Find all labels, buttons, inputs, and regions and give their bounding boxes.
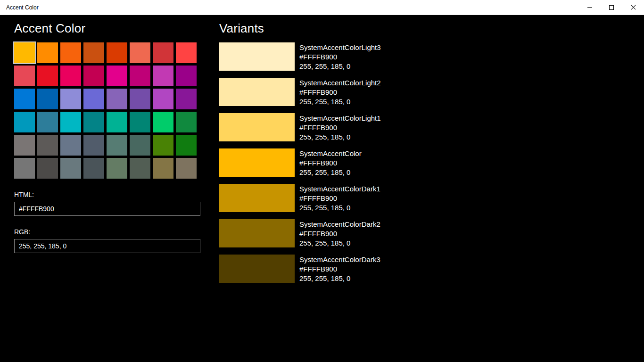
palette-swatch[interactable] — [60, 66, 81, 86]
palette-swatch[interactable] — [14, 89, 35, 109]
variant-row: SystemAccentColorLight2#FFFFB900255, 255… — [219, 78, 512, 107]
palette-swatch[interactable] — [107, 42, 127, 63]
variants-section: Variants SystemAccentColorLight3#FFFFB90… — [219, 15, 512, 290]
palette-swatch[interactable] — [176, 112, 197, 132]
palette-swatch[interactable] — [83, 135, 104, 156]
palette-swatch[interactable] — [37, 66, 58, 86]
palette-swatch[interactable] — [130, 42, 150, 63]
close-button[interactable] — [622, 0, 644, 15]
variant-name: SystemAccentColorDark3 — [299, 255, 380, 264]
variant-text: SystemAccentColorLight2#FFFFB900255, 255… — [299, 78, 381, 107]
variant-name: SystemAccentColorDark1 — [299, 184, 380, 194]
palette-swatch[interactable] — [153, 42, 173, 63]
palette-swatch[interactable] — [130, 66, 150, 86]
palette-swatch[interactable] — [153, 158, 173, 179]
palette-swatch[interactable] — [14, 135, 35, 156]
variant-hex: #FFFFB900 — [299, 264, 380, 274]
variant-row: SystemAccentColorDark3#FFFFB900255, 255,… — [219, 255, 512, 283]
accent-palette-grid — [14, 42, 200, 179]
variant-swatch — [219, 148, 295, 177]
minimize-button[interactable] — [579, 0, 601, 15]
palette-swatch[interactable] — [176, 89, 197, 109]
variant-swatch — [219, 42, 295, 71]
variant-hex: #FFFFB900 — [299, 158, 362, 168]
variant-rgb: 255, 255, 185, 0 — [299, 168, 362, 177]
palette-swatch[interactable] — [37, 89, 58, 109]
variant-rgb: 255, 255, 185, 0 — [299, 274, 380, 283]
palette-swatch[interactable] — [153, 112, 173, 132]
variant-swatch — [219, 78, 295, 106]
variant-hex: #FFFFB900 — [299, 229, 380, 239]
palette-swatch[interactable] — [107, 158, 127, 179]
palette-swatch[interactable] — [60, 135, 81, 156]
maximize-button[interactable] — [601, 0, 622, 15]
variant-row: SystemAccentColorLight3#FFFFB900255, 255… — [219, 42, 512, 71]
variant-hex: #FFFFB900 — [299, 194, 380, 203]
palette-swatch[interactable] — [130, 135, 150, 156]
window-title: Accent Color — [0, 4, 39, 11]
palette-swatch[interactable] — [153, 66, 173, 86]
variant-text: SystemAccentColor#FFFFB900255, 255, 185,… — [299, 148, 362, 177]
palette-swatch[interactable] — [83, 89, 104, 109]
palette-swatch[interactable] — [153, 135, 173, 156]
rgb-label: RGB: — [14, 228, 200, 236]
palette-swatch[interactable] — [60, 89, 81, 109]
html-label: HTML: — [14, 191, 200, 198]
maximize-icon — [609, 5, 614, 10]
palette-swatch[interactable] — [176, 42, 197, 63]
palette-swatch[interactable] — [176, 158, 197, 179]
palette-swatch[interactable] — [14, 66, 35, 86]
palette-swatch[interactable] — [107, 135, 127, 156]
variant-rgb: 255, 255, 185, 0 — [299, 62, 381, 71]
variant-row: SystemAccentColorDark1#FFFFB900255, 255,… — [219, 184, 512, 213]
variant-swatch — [219, 113, 295, 141]
palette-swatch[interactable] — [14, 112, 35, 132]
variant-swatch — [219, 184, 295, 212]
palette-swatch[interactable] — [130, 112, 150, 132]
variant-hex: #FFFFB900 — [299, 88, 381, 97]
variants-list: SystemAccentColorLight3#FFFFB900255, 255… — [219, 42, 512, 283]
palette-swatch[interactable] — [83, 112, 104, 132]
variant-rgb: 255, 255, 185, 0 — [299, 132, 381, 142]
variant-row: SystemAccentColorDark2#FFFFB900255, 255,… — [219, 219, 512, 248]
html-input[interactable] — [14, 202, 200, 216]
palette-swatch[interactable] — [176, 135, 197, 156]
palette-swatch[interactable] — [107, 66, 127, 86]
palette-swatch[interactable] — [37, 112, 58, 132]
palette-swatch[interactable] — [37, 135, 58, 156]
variants-heading: Variants — [219, 21, 512, 36]
palette-swatch[interactable] — [60, 42, 81, 63]
variant-name: SystemAccentColorLight3 — [299, 43, 381, 52]
palette-swatch[interactable] — [60, 112, 81, 132]
variant-name: SystemAccentColorLight1 — [299, 114, 381, 123]
variant-text: SystemAccentColorDark2#FFFFB900255, 255,… — [299, 219, 380, 248]
variant-text: SystemAccentColorLight1#FFFFB900255, 255… — [299, 113, 381, 142]
palette-swatch[interactable] — [107, 89, 127, 109]
variant-rgb: 255, 255, 185, 0 — [299, 97, 381, 107]
palette-swatch[interactable] — [83, 158, 104, 179]
variant-name: SystemAccentColor — [299, 149, 362, 158]
minimize-icon — [587, 7, 592, 8]
palette-swatch[interactable] — [37, 158, 58, 179]
variant-swatch — [219, 255, 295, 283]
palette-swatch[interactable] — [83, 42, 104, 63]
palette-swatch[interactable] — [83, 66, 104, 86]
palette-swatch[interactable] — [37, 42, 58, 63]
palette-swatch[interactable] — [107, 112, 127, 132]
palette-swatch[interactable] — [176, 66, 197, 86]
variant-swatch — [219, 219, 295, 247]
variant-hex: #FFFFB900 — [299, 123, 381, 132]
palette-swatch[interactable] — [14, 158, 35, 179]
rgb-input[interactable] — [14, 239, 200, 253]
palette-swatch[interactable] — [14, 42, 35, 63]
variant-row: SystemAccentColor#FFFFB900255, 255, 185,… — [219, 148, 512, 177]
variant-name: SystemAccentColorLight2 — [299, 78, 381, 88]
palette-swatch[interactable] — [60, 158, 81, 179]
close-icon — [631, 5, 636, 10]
variant-text: SystemAccentColorDark1#FFFFB900255, 255,… — [299, 184, 380, 213]
variant-hex: #FFFFB900 — [299, 52, 381, 62]
palette-swatch[interactable] — [153, 89, 173, 109]
palette-swatch[interactable] — [130, 89, 150, 109]
palette-swatch[interactable] — [130, 158, 150, 179]
variant-text: SystemAccentColorLight3#FFFFB900255, 255… — [299, 42, 381, 71]
